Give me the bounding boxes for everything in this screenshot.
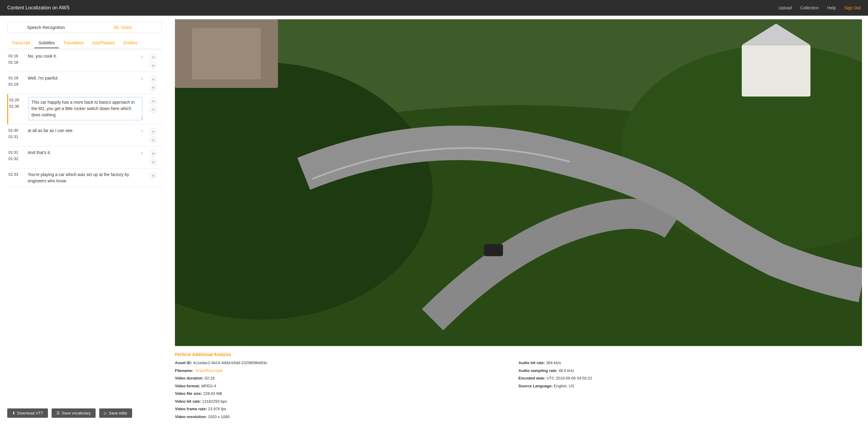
encoded-date-item: Encoded date: UTC 2019-09-06 04:50:22 bbox=[519, 375, 862, 381]
video-container: This car happily has a more back to basi… bbox=[175, 19, 862, 346]
resize-handle[interactable]: ⤡ bbox=[141, 55, 144, 59]
remove-icon[interactable]: ⊗ bbox=[150, 172, 157, 179]
tab-ml-vision[interactable]: ML Vision bbox=[85, 22, 161, 33]
subtitle-text-col: And that's it. ⤡ bbox=[25, 150, 145, 156]
header: Content Localization on AWS Upload Colle… bbox=[0, 0, 868, 16]
subtitle-list: 01:16 01:18 No, you cook it. ⤡ ⊗ ⊕ 01:18… bbox=[7, 50, 162, 403]
time-range: 01:18 01:19 bbox=[7, 75, 25, 88]
audio-sampling-rate-label: Audio sampling rate: bbox=[519, 368, 557, 373]
time-range: 01:31 01:32 bbox=[7, 150, 25, 162]
tab-speech-recognition[interactable]: Speech Recognition bbox=[7, 22, 85, 33]
video-resolution-label: Video resolution: bbox=[175, 415, 207, 419]
source-language-item: Source Language: English, US bbox=[519, 383, 862, 389]
asset-id-label: Asset ID: bbox=[175, 360, 192, 365]
video-file-size-item: Video file size: 228.63 MB bbox=[175, 391, 519, 397]
vocabulary-icon: ☰ bbox=[56, 411, 60, 415]
subtitle-text-col: at all as far as I can see. ⤡ bbox=[25, 128, 145, 134]
video-bit-rate-value: 13182293 bps bbox=[202, 399, 227, 403]
source-language-value: English, US bbox=[554, 384, 574, 388]
resize-handle[interactable]: ⤡ bbox=[141, 76, 144, 81]
table-row: 01:20 01:30 This car happily has a more … bbox=[7, 94, 162, 125]
add-icon[interactable]: ⊕ bbox=[150, 106, 157, 113]
subtitle-text-col: Well, I'm painful. ⤡ bbox=[25, 75, 145, 81]
remove-icon[interactable]: ⊗ bbox=[150, 76, 157, 82]
svg-rect-5 bbox=[192, 28, 261, 79]
remove-icon[interactable]: ⊗ bbox=[150, 128, 157, 135]
perform-analysis-link[interactable]: Perform Additional Analysis bbox=[175, 352, 862, 357]
sub-tabs: Transcript Subtitles Translation KeyPhra… bbox=[7, 38, 162, 48]
sign-out-link[interactable]: Sign Out bbox=[844, 5, 861, 10]
remove-icon[interactable]: ⊗ bbox=[150, 150, 157, 157]
action-col: ⊗ ⊕ bbox=[145, 97, 162, 113]
video-bit-rate-item: Video bit rate: 13182293 bps bbox=[175, 398, 519, 404]
table-row: 01:31 01:32 And that's it. ⤡ ⊗ ⊕ bbox=[7, 146, 162, 168]
resize-handle[interactable]: ⤡ bbox=[141, 129, 144, 133]
video-bit-rate-label: Video bit rate: bbox=[175, 399, 201, 403]
tab-translation[interactable]: Translation bbox=[59, 38, 88, 48]
subtitle-text: And that's it. bbox=[28, 150, 142, 156]
audio-sampling-rate-value: 48.0 kHz bbox=[559, 368, 574, 373]
video-format-value: MPEG-4 bbox=[201, 384, 216, 388]
left-panel: Speech Recognition ML Vision Transcript … bbox=[0, 16, 169, 425]
svg-rect-7 bbox=[742, 45, 810, 96]
filename-label: Filename: bbox=[175, 368, 193, 373]
filename-link[interactable]: GrandTour.mp4 bbox=[195, 368, 223, 373]
add-icon[interactable]: ⊕ bbox=[150, 84, 157, 91]
resize-handle[interactable]: ⤡ bbox=[141, 116, 144, 121]
time-range: 01:20 01:30 bbox=[8, 97, 26, 110]
add-icon[interactable]: ⊕ bbox=[150, 136, 157, 143]
video-format-label: Video format: bbox=[175, 384, 200, 388]
video-frame-rate-label: Video frame rate: bbox=[175, 406, 207, 411]
remove-icon[interactable]: ⊗ bbox=[150, 98, 157, 104]
add-icon[interactable]: ⊕ bbox=[150, 62, 157, 69]
asset-id-value: 4c1edac2-4b14-4d0d-b5dd-2329909b683c bbox=[193, 360, 268, 365]
video-frame-rate-value: 23.976 fps bbox=[208, 406, 226, 411]
subtitle-text: Well, I'm painful. bbox=[28, 75, 142, 81]
audio-bit-rate-value: 384 kb/s bbox=[546, 360, 561, 365]
encoded-date-value: UTC 2019-09-06 04:50:22 bbox=[547, 376, 592, 381]
action-col: ⊗ bbox=[145, 171, 162, 179]
save-vocabulary-button[interactable]: ☰ Save vocabulary bbox=[52, 408, 96, 418]
tab-keyphrases[interactable]: KeyPhrases bbox=[88, 38, 119, 48]
svg-rect-6 bbox=[484, 244, 503, 256]
subtitle-text: You're playing a car which was set up at… bbox=[28, 171, 142, 184]
metadata-grid: Asset ID: 4c1edac2-4b14-4d0d-b5dd-232990… bbox=[175, 360, 862, 421]
add-icon[interactable]: ⊕ bbox=[150, 159, 157, 165]
time-range: 01:30 01:31 bbox=[7, 128, 25, 140]
video-resolution-value: 1920 x 1080 bbox=[208, 415, 230, 419]
time-range: 01:16 01:18 bbox=[7, 53, 25, 66]
action-col: ⊗ ⊕ bbox=[145, 150, 162, 165]
right-panel: This car happily has a more back to basi… bbox=[169, 16, 868, 425]
video-thumbnail: This car happily has a more back to basi… bbox=[175, 19, 862, 346]
download-icon: ⬇ bbox=[12, 411, 16, 415]
subtitle-text: at all as far as I can see. bbox=[28, 128, 142, 134]
tab-transcript[interactable]: Transcript bbox=[7, 38, 34, 48]
subtitle-text: No, you cook it. bbox=[28, 53, 142, 59]
tab-entities[interactable]: Entities bbox=[119, 38, 142, 48]
help-link[interactable]: Help bbox=[827, 5, 836, 10]
subtitle-text-col: No, you cook it. ⤡ bbox=[25, 53, 145, 59]
collection-link[interactable]: Collection bbox=[800, 5, 818, 10]
upload-link[interactable]: Upload bbox=[778, 5, 792, 10]
resize-handle[interactable]: ⤡ bbox=[141, 151, 144, 155]
video-duration-label: Video duration: bbox=[175, 376, 204, 381]
action-col: ⊗ ⊕ bbox=[145, 75, 162, 91]
download-vtt-button[interactable]: ⬇ Download VTT bbox=[7, 408, 48, 418]
video-resolution-item: Video resolution: 1920 x 1080 bbox=[175, 414, 519, 420]
asset-id-item: Asset ID: 4c1edac2-4b14-4d0d-b5dd-232990… bbox=[175, 360, 519, 366]
tab-subtitles[interactable]: Subtitles bbox=[34, 38, 59, 48]
app-title: Content Localization on AWS bbox=[7, 5, 70, 10]
top-tabs: Speech Recognition ML Vision bbox=[7, 22, 162, 33]
header-nav: Upload Collection Help Sign Out bbox=[778, 5, 861, 10]
encoded-date-label: Encoded date: bbox=[519, 376, 546, 381]
remove-icon[interactable]: ⊗ bbox=[150, 54, 157, 60]
subtitle-textarea[interactable]: This car happily has a more back to basi… bbox=[29, 97, 142, 120]
table-row: 01:30 01:31 at all as far as I can see. … bbox=[7, 125, 162, 146]
video-file-size-label: Video file size: bbox=[175, 391, 202, 396]
video-file-size-value: 228.63 MB bbox=[203, 391, 222, 396]
audio-bit-rate-label: Audio bit rate: bbox=[519, 360, 545, 365]
time-range: 01:33 bbox=[7, 171, 25, 178]
save-edits-button[interactable]: ▷ Save edits bbox=[99, 408, 132, 418]
table-row: 01:18 01:19 Well, I'm painful. ⤡ ⊗ ⊕ bbox=[7, 72, 162, 94]
meta-right: Audio bit rate: 384 kb/s Audio sampling … bbox=[519, 360, 862, 421]
